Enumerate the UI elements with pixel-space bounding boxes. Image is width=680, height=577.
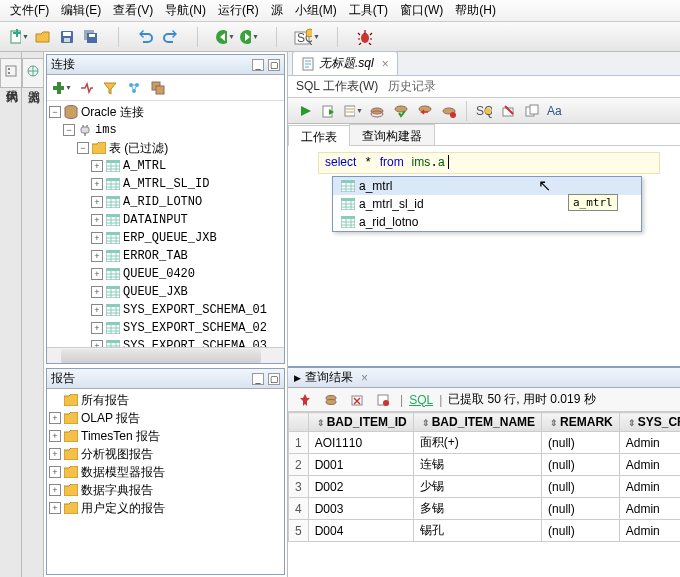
reports-item-3[interactable]: +数据模型器报告 [49,463,284,481]
menu-edit[interactable]: 编辑(E) [55,0,107,21]
new-button[interactable]: ▼ [8,26,30,48]
results-grid[interactable]: ⇕BAD_ITEM_ID⇕BAD_ITEM_NAME⇕REMARK⇕SYS_CR… [288,412,680,577]
tree-expand-icon[interactable]: + [49,448,61,460]
redo-button[interactable] [159,26,181,48]
cell[interactable]: D002 [308,476,413,498]
unshared-ws-button[interactable] [438,100,460,122]
reports-all[interactable]: 所有报告 [49,391,284,409]
table-row[interactable]: 1AOI1110面积(+)(null)Admin [289,432,681,454]
vtab-browser[interactable]: 浏览器 [22,58,43,88]
tree-schema-ims[interactable]: −ims [49,121,284,139]
cell[interactable]: Admin [619,520,680,542]
save-all-button[interactable] [80,26,102,48]
run-script-button[interactable] [318,100,340,122]
col-header[interactable]: ⇕BAD_ITEM_NAME [413,413,541,432]
menu-nav[interactable]: 导航(N) [159,0,212,21]
col-header[interactable]: ⇕REMARK [542,413,620,432]
cell[interactable]: 多锡 [413,498,541,520]
cell[interactable]: D003 [308,498,413,520]
panel-dock-icon[interactable]: ▢ [268,59,280,71]
cell[interactable]: 连锡 [413,454,541,476]
table-row[interactable]: 4D003多锡(null)Admin [289,498,681,520]
tree-expand-icon[interactable]: + [49,484,61,496]
close-tab-icon[interactable]: × [382,57,389,71]
menu-tools[interactable]: 工具(T) [343,0,394,21]
table-row[interactable]: 5D004锡孔(null)Admin [289,520,681,542]
cell[interactable]: (null) [542,476,620,498]
tree-expand-icon[interactable]: + [91,178,103,190]
rollback-button[interactable] [414,100,436,122]
reports-item-1[interactable]: +TimesTen 报告 [49,427,284,445]
results-close-icon[interactable]: × [361,371,368,385]
cell[interactable]: D004 [308,520,413,542]
tree-expand-icon[interactable]: + [91,340,103,347]
forward-button[interactable]: ▼ [238,26,260,48]
tree-expand-icon[interactable]: + [91,232,103,244]
tree-expand-icon[interactable]: − [49,106,61,118]
sql-worksheet-button[interactable]: SQL▼ [293,26,321,48]
cell[interactable]: (null) [542,454,620,476]
refresh-results-button[interactable] [320,389,342,411]
copy-conn-button[interactable] [147,77,169,99]
open-button[interactable] [32,26,54,48]
tree-expand-icon[interactable]: + [49,412,61,424]
tree-expand-icon[interactable]: + [91,322,103,334]
editor-tab[interactable]: 无标题.sql × [292,51,398,75]
cell[interactable]: 锡孔 [413,520,541,542]
sql-history-button[interactable] [521,100,543,122]
tree-root-oracle[interactable]: −Oracle 连接 [49,103,284,121]
menu-help[interactable]: 帮助(H) [449,0,502,21]
tree-table-a_mtrl[interactable]: +A_MTRL [49,157,284,175]
cell[interactable]: (null) [542,432,620,454]
cell[interactable]: (null) [542,520,620,542]
tree-table-datainput[interactable]: +DATAINPUT [49,211,284,229]
tree-table-queue_0420[interactable]: +QUEUE_0420 [49,265,284,283]
code-line[interactable]: select * from ims.a [318,152,660,174]
panel-minimize-icon[interactable]: _ [252,59,264,71]
throughput-button[interactable] [75,77,97,99]
delete-row-button[interactable] [346,389,368,411]
menu-view[interactable]: 查看(V) [107,0,159,21]
autotrace-button[interactable] [366,100,388,122]
tree-expand-icon[interactable]: + [91,286,103,298]
tree-expand-icon[interactable]: + [91,214,103,226]
cell[interactable]: AOI1110 [308,432,413,454]
debug-button[interactable] [354,26,376,48]
tree-table-erp_queue_jxb[interactable]: +ERP_QUEUE_JXB [49,229,284,247]
col-header[interactable]: ⇕BAD_ITEM_ID [308,413,413,432]
run-statement-button[interactable] [294,100,316,122]
cell[interactable]: Admin [619,498,680,520]
cell[interactable]: (null) [542,498,620,520]
tree-expand-icon[interactable]: + [49,466,61,478]
sub-tab-builder[interactable]: 查询构建器 [349,124,435,145]
commit-button[interactable] [390,100,412,122]
conn-hscrollbar[interactable] [47,347,284,363]
reports-item-0[interactable]: +OLAP 报告 [49,409,284,427]
menu-window[interactable]: 窗口(W) [394,0,449,21]
sql-link[interactable]: SQL [409,393,433,407]
col-rownum[interactable] [289,413,309,432]
save-button[interactable] [56,26,78,48]
cell[interactable]: 面积(+) [413,432,541,454]
tree-expand-icon[interactable]: + [91,304,103,316]
explain-plan-button[interactable]: ▼ [342,100,364,122]
back-button[interactable]: ▼ [214,26,236,48]
tree-table-queue_jxb[interactable]: +QUEUE_JXB [49,283,284,301]
cancel-button[interactable] [372,389,394,411]
cell[interactable]: Admin [619,476,680,498]
tree-table-sys_export_schema_03[interactable]: +SYS_EXPORT_SCHEMA_03 [49,337,284,347]
cell[interactable]: 少锡 [413,476,541,498]
history-link[interactable]: 历史记录 [388,78,436,95]
autocomplete-item[interactable]: a_rid_lotno [333,213,641,231]
change-case-button[interactable]: Aa [545,100,567,122]
sql-editor[interactable]: select * from ims.a a_mtrla_mtrl_sl_ida_… [288,146,680,366]
tns-button[interactable] [123,77,145,99]
reports-minimize-icon[interactable]: _ [252,373,264,385]
reports-item-5[interactable]: +用户定义的报告 [49,499,284,517]
tree-expand-icon[interactable]: + [49,430,61,442]
results-header[interactable]: ▶ 查询结果 × [288,368,680,388]
tree-expand-icon[interactable]: − [77,142,89,154]
reports-item-4[interactable]: +数据字典报告 [49,481,284,499]
reports-dock-icon[interactable]: ▢ [268,373,280,385]
tree-expand-icon[interactable]: − [63,124,75,136]
